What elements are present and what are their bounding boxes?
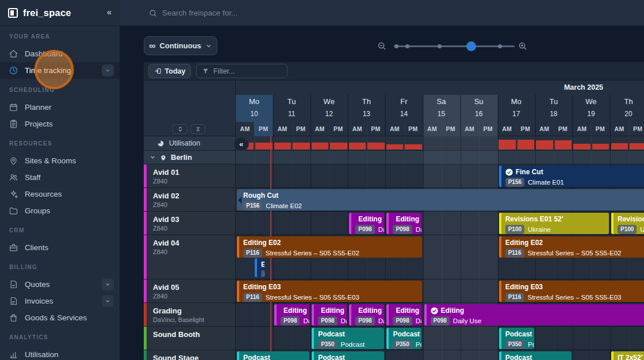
- sidebar-item-resources[interactable]: Resources: [0, 186, 120, 202]
- booking-bar-editing-e03[interactable]: Editing E03P116Stressful Series – S05 SS…: [499, 281, 644, 302]
- booking-title-row: Rough Cut: [243, 191, 644, 200]
- filter-icon: [202, 67, 209, 75]
- booking-subtitle: Climate E02: [266, 202, 302, 210]
- sidebar-item-time-tracking-expand-button[interactable]: [102, 64, 114, 76]
- booking-bar-it-2x52[interactable]: IT 2x52': [611, 351, 644, 360]
- booking-bar-e[interactable]: EP: [255, 258, 264, 277]
- expand-all-button[interactable]: [172, 124, 187, 134]
- sidebar-item-goods-services[interactable]: Goods & Services: [0, 309, 120, 326]
- zoom-slider-tick: [405, 44, 409, 48]
- sidebar-collapse-button[interactable]: «: [107, 7, 112, 17]
- sidebar-item-label: Goods & Services: [25, 313, 87, 322]
- booking-bar-podcast[interactable]: PodcastP350Podcast: [499, 328, 534, 349]
- booking-detail-row: P098Daily Use: [318, 316, 343, 325]
- sidebar-item-planner[interactable]: Planner: [0, 99, 120, 116]
- booking-bar-rough-cut[interactable]: Rough CutP156Climate E02: [237, 189, 644, 210]
- resource-row-sound-stage[interactable]: Sound Stage: [144, 350, 236, 360]
- briefcase-icon: [9, 243, 18, 252]
- booking-title-row: Podcast: [505, 353, 568, 360]
- booking-title: Editing: [441, 306, 465, 315]
- resource-row-avid-03[interactable]: Avid 03Z840: [144, 212, 236, 235]
- sidebar-item-projects[interactable]: Projects: [0, 116, 120, 132]
- booking-detail-row: P116Stressful Series – S05 SS5-E03: [505, 293, 644, 302]
- booking-bar-podcast[interactable]: PodcastP350Podcast: [386, 328, 421, 349]
- booking-bar-editing-e02[interactable]: Editing E02P116Stressful Series – S05 SS…: [237, 236, 422, 258]
- sidebar-item-staff[interactable]: Staff: [0, 169, 120, 186]
- view-mode-button[interactable]: ∞ Continuous: [144, 36, 217, 55]
- booking-bar-editing[interactable]: EditingP098Daily Use: [349, 304, 384, 325]
- booking-bar-revisions[interactable]: RevisionsP100Ukraine: [611, 213, 644, 234]
- booking-title-row: Revisions E01 52': [505, 215, 605, 224]
- sidebar-item-clients[interactable]: Clients: [0, 239, 120, 256]
- am-label: AM: [348, 122, 366, 136]
- booking-bar-editing-e03[interactable]: Editing E03P116Stressful Series – S05 SS…: [237, 281, 422, 302]
- project-badge: P100: [618, 225, 637, 234]
- project-badge: P: [261, 270, 264, 277]
- sidebar-item-utilisation[interactable]: Utilisation: [0, 346, 120, 360]
- resource-row-avid-05[interactable]: Avid 05Z840: [144, 279, 236, 303]
- booking-bar-podcast[interactable]: PodcastP350Podcast: [237, 351, 309, 360]
- booking-title-row: Podcast: [243, 353, 306, 360]
- booking-bar-editing[interactable]: EditingP098Daily Use: [386, 304, 421, 325]
- booking-edge-stripe: [386, 213, 389, 234]
- zoom-in-icon[interactable]: [518, 41, 528, 51]
- day-header-th-20[interactable]: Th20AMPM: [610, 95, 644, 136]
- resource-color-stripe: [144, 212, 147, 235]
- sidebar-item-time-tracking[interactable]: Time tracking: [0, 62, 120, 79]
- booking-edge-stripe: [499, 166, 501, 187]
- booking-bar-editing[interactable]: EditingP098Daily Use: [274, 304, 309, 325]
- project-badge: P116: [505, 293, 524, 302]
- booking-bar-podcast[interactable]: PodcastP350Podcast: [312, 351, 384, 360]
- zoom-slider-track[interactable]: [394, 45, 515, 47]
- resource-row-sound-booth[interactable]: Sound Booth: [144, 327, 236, 350]
- resource-subtitle: Z840: [153, 248, 231, 256]
- sidebar-item-dashboard[interactable]: Dashboard: [0, 45, 120, 62]
- booking-bar-podcast[interactable]: PodcastP350Podcast: [312, 328, 384, 349]
- am-label: AM: [535, 122, 554, 136]
- zoom-slider-thumb[interactable]: [466, 41, 476, 51]
- booking-detail-row: P098Daily Use: [431, 316, 644, 325]
- sidebar-item-quotes[interactable]: Quotes: [0, 276, 120, 293]
- collapse-all-button[interactable]: [190, 124, 205, 134]
- pm-label: PM: [479, 122, 497, 136]
- zoom-slider-tick: [394, 44, 398, 48]
- sidebar-item-invoices-expand-button[interactable]: [102, 295, 114, 307]
- booking-subtitle: Daily Use: [416, 317, 422, 325]
- resource-row-avid-04[interactable]: Avid 04Z840: [144, 235, 236, 279]
- day-of-week-label: Fr: [385, 95, 422, 108]
- resource-row-avid-02[interactable]: Avid 02Z840: [144, 188, 236, 212]
- am-label: AM: [461, 122, 479, 136]
- booking-bar-podcast[interactable]: PodcastP350Podcast: [499, 351, 572, 360]
- sidebar-item-invoices[interactable]: Invoices: [0, 293, 120, 309]
- booking-bar-editing[interactable]: EditingP098Daily Use: [312, 304, 347, 325]
- booking-bar-editing[interactable]: EditingP098Daily Use: [424, 304, 644, 325]
- sidebar-item-label: Projects: [25, 120, 53, 128]
- project-badge: P350: [318, 340, 337, 349]
- search-input[interactable]: [162, 6, 484, 20]
- booking-detail-row: P098Daily Use: [393, 225, 418, 234]
- resource-row-grading[interactable]: GradingDaVinci, Baselight: [144, 303, 236, 327]
- resource-row-avid-01[interactable]: Avid 01Z840: [144, 164, 236, 188]
- group-label: Berlin: [171, 153, 192, 162]
- group-row-berlin[interactable]: Berlin: [144, 151, 644, 164]
- booking-bar-revisions-e01-52[interactable]: Revisions E01 52'P100Ukraine: [499, 213, 609, 234]
- booking-bar-editing[interactable]: EditingP098Daily Use: [349, 213, 384, 234]
- booking-bar-editing[interactable]: EditingP098Daily Use: [386, 213, 421, 234]
- sidebar-item-sites-rooms[interactable]: Sites & Rooms: [0, 152, 120, 169]
- booking-title-row: Editing: [431, 306, 644, 315]
- sidebar-item-quotes-expand-button[interactable]: [102, 278, 114, 290]
- continues-left-marker: [238, 197, 241, 204]
- day-of-week-label: Th: [348, 95, 385, 108]
- resource-name: Avid 02: [153, 191, 231, 201]
- project-badge: P098: [318, 316, 337, 325]
- day-gridline: [385, 95, 386, 360]
- booking-bar-fine-cut[interactable]: Fine CutP156Climate E01: [499, 166, 644, 187]
- sidebar-item-groups[interactable]: Groups: [0, 202, 120, 219]
- today-button[interactable]: Today: [148, 64, 191, 78]
- zoom-out-icon[interactable]: [377, 41, 387, 51]
- booking-title: Podcast: [243, 353, 270, 360]
- panel-collapse-button[interactable]: «: [233, 137, 249, 151]
- filter-input[interactable]: Filter...: [196, 64, 288, 78]
- resource-name: Avid 01: [153, 167, 231, 177]
- booking-bar-editing-e02[interactable]: Editing E02P116Stressful Series – S05 SS…: [499, 236, 644, 258]
